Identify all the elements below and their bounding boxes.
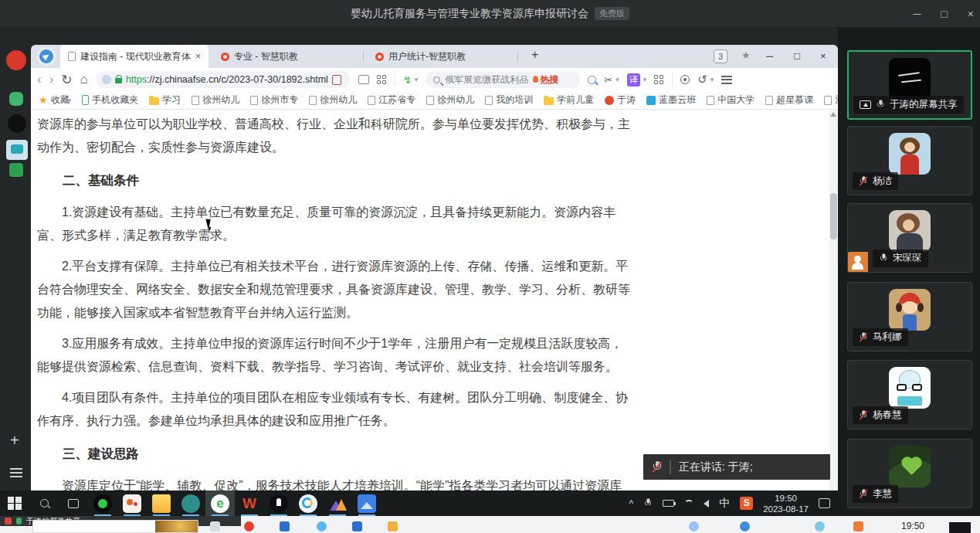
mountain-app-icon[interactable] xyxy=(323,491,352,516)
menu-icon[interactable] xyxy=(721,73,732,86)
reader-mode-icon[interactable] xyxy=(358,75,369,84)
sogou-icon[interactable]: S xyxy=(740,497,753,510)
bookmark-item[interactable]: 徐州市专 xyxy=(250,93,298,107)
home-button[interactable]: ⌂ xyxy=(80,72,88,87)
bookmark-item[interactable]: 渔子夫妇 xyxy=(824,93,838,107)
translate-icon[interactable]: 译 xyxy=(627,73,640,87)
participant-tile[interactable]: 宋琛琛 xyxy=(847,203,972,273)
close-button[interactable]: × xyxy=(968,8,974,20)
minimize-button[interactable]: ─ xyxy=(913,8,921,20)
scrollbar[interactable] xyxy=(829,110,838,491)
office-app-icon[interactable] xyxy=(117,491,147,516)
dock-app-icon-green2[interactable] xyxy=(9,163,23,177)
ad-block-icon[interactable] xyxy=(332,75,341,85)
browser-close-button[interactable]: × xyxy=(820,50,826,62)
tab-user-stats[interactable]: 用户统计-智慧职教 xyxy=(368,45,516,68)
bookmark-item[interactable]: 中国大学 xyxy=(707,93,754,107)
chat-app-icon-active[interactable] xyxy=(6,140,28,160)
qq-icon[interactable] xyxy=(6,50,26,70)
new-tab-button[interactable]: + xyxy=(531,48,538,62)
bookmark-yutao[interactable]: 于涛 xyxy=(605,93,636,107)
tab-build-guide[interactable]: 建设指南 - 现代职业教育体系改 × xyxy=(60,45,209,68)
wps-icon[interactable]: W xyxy=(235,491,264,516)
taskbar-app-icon[interactable] xyxy=(388,521,398,531)
screenshot-scissors-icon[interactable]: ✂ xyxy=(604,74,612,86)
participant-tile[interactable]: 杨洁 xyxy=(847,126,972,195)
viewer-window-thumb[interactable] xyxy=(949,522,971,533)
tray-expand-icon[interactable]: ^ xyxy=(629,498,634,509)
recorder-app-icon[interactable] xyxy=(88,491,117,516)
qq-chat-app-icon[interactable] xyxy=(293,491,323,516)
pin-app-icon[interactable] xyxy=(264,491,293,516)
address-bar[interactable]: https://zj.chinaafse.cn/c/2023-07-30/189… xyxy=(96,71,351,88)
taskbar-clock[interactable]: 19:502023-08-17 xyxy=(763,493,809,514)
ime-indicator[interactable]: 中 xyxy=(719,497,730,511)
plus-icon[interactable]: + xyxy=(10,432,19,450)
browser-logo-icon[interactable] xyxy=(37,47,56,66)
taskbar-app-icon[interactable] xyxy=(689,521,699,531)
bookmark-item[interactable]: 徐州幼儿 xyxy=(309,93,357,107)
viewer-search-box[interactable] xyxy=(32,520,198,533)
taskbar-app-icon[interactable] xyxy=(210,521,220,531)
octocat-icon[interactable] xyxy=(8,114,26,133)
bookmark-item[interactable]: 徐州幼儿 xyxy=(192,93,239,107)
night-mode-icon[interactable] xyxy=(680,75,690,84)
taskbar-app-icon[interactable] xyxy=(317,521,327,531)
tray-mic-icon[interactable] xyxy=(644,498,652,508)
chevron-down-icon[interactable]: ▾ xyxy=(615,76,619,83)
forward-button[interactable]: › xyxy=(49,72,54,87)
browser-minimize-button[interactable]: ─ xyxy=(766,50,773,62)
bookmark-folder-preschool[interactable]: 学前儿童 xyxy=(544,93,594,107)
speaker-icon[interactable] xyxy=(704,500,709,508)
start-button[interactable] xyxy=(0,491,29,516)
search-button-icon[interactable] xyxy=(588,76,596,84)
bookmark-item[interactable]: 江苏省专 xyxy=(368,93,415,107)
chevron-down-icon[interactable]: ▾ xyxy=(710,76,714,83)
viewer-clock[interactable]: 19:50 xyxy=(901,521,924,531)
taskbar-app-icon[interactable] xyxy=(244,521,254,531)
extensions-grid-icon[interactable] xyxy=(377,75,387,85)
bookmark-mosoteach[interactable]: 蓝墨云班 xyxy=(646,93,696,107)
search-box[interactable]: 俄军展览缴获战利品 热搜 xyxy=(426,71,580,88)
restore-tabs-icon[interactable]: ↺ xyxy=(697,73,707,87)
bookmark-item[interactable]: 徐州幼儿 xyxy=(426,93,474,107)
apps-grid-icon[interactable] xyxy=(654,75,664,85)
bookmark-favorites[interactable]: ★收藏▾ xyxy=(39,93,71,107)
tab-close-icon[interactable]: × xyxy=(195,51,201,62)
list-icon[interactable] xyxy=(10,466,22,480)
scroll-up-icon[interactable] xyxy=(830,112,836,117)
dock-app-icon-green[interactable] xyxy=(9,92,23,106)
bookmark-item[interactable]: 超星慕课 xyxy=(765,93,813,107)
browser-360-icon[interactable]: e xyxy=(205,491,235,516)
extension-count-badge[interactable]: 3 xyxy=(714,49,727,63)
wifi-icon[interactable] xyxy=(684,500,693,508)
participant-tile[interactable]: 马利娜 xyxy=(847,282,972,351)
speed-mode-icon[interactable]: ↯ xyxy=(403,74,412,86)
taskbar-search-icon[interactable] xyxy=(29,491,59,516)
taskbar-app-icon[interactable] xyxy=(740,521,750,531)
notification-icon[interactable] xyxy=(819,498,830,508)
taskbar-app-icon[interactable] xyxy=(280,521,290,531)
taskbar-app-icon[interactable] xyxy=(352,521,362,531)
taskbar-app-icon[interactable] xyxy=(815,521,825,531)
chevron-down-icon[interactable]: ▾ xyxy=(415,76,419,83)
tab-major[interactable]: 专业 - 智慧职教 xyxy=(213,45,361,68)
browser-maximize-button[interactable]: □ xyxy=(794,50,800,62)
task-view-icon[interactable] xyxy=(59,491,88,516)
scrollbar-thumb[interactable] xyxy=(830,193,837,239)
participant-tile[interactable]: 李慧 xyxy=(847,439,972,508)
file-explorer-icon[interactable] xyxy=(147,491,176,516)
mascot-app-icon[interactable] xyxy=(176,491,205,516)
back-button[interactable]: ‹ xyxy=(37,72,42,87)
bookmark-folder-study[interactable]: 学习 xyxy=(149,93,181,107)
bookmark-item[interactable]: 我的培训 xyxy=(485,93,533,107)
battery-icon[interactable] xyxy=(663,500,674,507)
reload-button[interactable]: ↻ xyxy=(61,72,72,88)
maximize-button[interactable]: □ xyxy=(941,8,947,20)
chevron-down-icon[interactable]: ▾ xyxy=(643,76,647,83)
bookmark-mobile[interactable]: 手机收藏夹 xyxy=(82,93,138,107)
favorites-icon[interactable]: ★ xyxy=(741,49,751,61)
taskbar-app-icon[interactable] xyxy=(853,521,863,531)
participant-tile[interactable]: 杨春慧 xyxy=(847,360,972,429)
photos-app-icon[interactable] xyxy=(352,491,381,516)
